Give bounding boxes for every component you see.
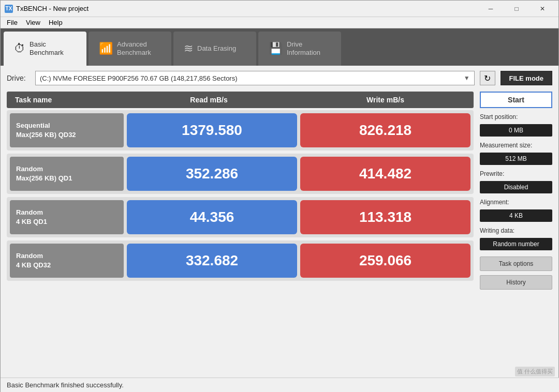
chevron-down-icon: ▼ (464, 74, 470, 82)
basic-benchmark-icon: ⏱ (14, 42, 25, 55)
table-header: Task name Read mB/s Write mB/s (7, 92, 474, 108)
menu-file[interactable]: File (3, 18, 22, 27)
status-text: Basic Benchmark finished successfully. (7, 381, 124, 389)
table-row: RandomMax(256 KB) QD1 352.286 414.482 (7, 154, 474, 194)
writing-data-label: Writing data: (480, 227, 552, 234)
tab-data-erasing-label: Data Erasing (197, 44, 236, 53)
measurement-size-value: 512 MB (480, 153, 552, 165)
row-0-write: 826.218 (300, 113, 470, 147)
sidebar-panel: Start Start position: 0 MB Measurement s… (480, 92, 552, 290)
row-2-write: 113.318 (300, 200, 470, 234)
benchmark-table: Task name Read mB/s Write mB/s Sequentia… (7, 92, 474, 290)
tab-basic-benchmark-label: BasicBenchmark (30, 40, 64, 56)
prewrite-value: Disabled (480, 181, 552, 193)
title-bar-left: TX TxBENCH - New project (5, 5, 89, 13)
minimize-button[interactable]: ─ (479, 1, 503, 17)
refresh-icon: ↻ (484, 73, 491, 83)
header-task-name: Task name (7, 92, 121, 108)
tab-drive-information-label: DriveInformation (287, 40, 320, 56)
row-2-read: 44.356 (127, 200, 297, 234)
watermark: 值 什么值得买 (515, 367, 555, 376)
drive-select-dropdown[interactable]: (C:) NVMe FORESEE P900F256 70.67 GB (148… (35, 71, 475, 85)
prewrite-label: Prewrite: (480, 170, 552, 177)
header-write: Write mB/s (297, 92, 474, 108)
row-3-name: Random4 KB QD32 (10, 244, 124, 278)
tab-drive-information[interactable]: 💾 DriveInformation (258, 32, 341, 66)
status-bar: Basic Benchmark finished successfully. (1, 378, 559, 392)
header-read: Read mB/s (121, 92, 297, 108)
tab-bar: ⏱ BasicBenchmark 📶 AdvancedBenchmark ≋ D… (1, 28, 558, 66)
drive-label: Drive: (7, 74, 30, 82)
benchmark-layout: Task name Read mB/s Write mB/s Sequentia… (7, 92, 552, 290)
alignment-label: Alignment: (480, 199, 552, 206)
tab-advanced-benchmark-label: AdvancedBenchmark (117, 40, 151, 56)
table-row: Random4 KB QD32 332.682 259.066 (7, 240, 474, 281)
menu-help[interactable]: Help (45, 18, 67, 27)
start-button[interactable]: Start (480, 92, 552, 108)
data-erasing-icon: ≋ (184, 42, 193, 55)
title-bar: TX TxBENCH - New project ─ □ ✕ (1, 1, 558, 17)
drive-select-text: (C:) NVMe FORESEE P900F256 70.67 GB (148… (40, 74, 238, 82)
menu-view[interactable]: View (22, 18, 45, 27)
start-position-value: 0 MB (480, 124, 552, 137)
drive-row: Drive: (C:) NVMe FORESEE P900F256 70.67 … (7, 71, 552, 85)
table-row: Random4 KB QD1 44.356 113.318 (7, 197, 474, 237)
app-title: TxBENCH - New project (16, 5, 89, 12)
measurement-size-label: Measurement size: (480, 142, 552, 149)
drive-information-icon: 💾 (269, 42, 283, 55)
row-0-read: 1379.580 (127, 113, 297, 147)
title-bar-controls: ─ □ ✕ (479, 1, 554, 17)
start-position-label: Start position: (480, 113, 552, 120)
history-button[interactable]: History (480, 275, 552, 290)
file-mode-button[interactable]: FILE mode (501, 71, 552, 85)
app-icon: TX (5, 5, 13, 13)
drive-refresh-button[interactable]: ↻ (480, 71, 495, 85)
alignment-value: 4 KB (480, 209, 552, 222)
task-options-button[interactable]: Task options (480, 257, 552, 271)
main-content: Drive: (C:) NVMe FORESEE P900F256 70.67 … (1, 66, 558, 378)
row-0-name: SequentialMax(256 KB) QD32 (10, 113, 124, 147)
writing-data-value: Random number (480, 238, 552, 250)
close-button[interactable]: ✕ (531, 1, 554, 17)
table-row: SequentialMax(256 KB) QD32 1379.580 826.… (7, 110, 474, 150)
row-1-read: 352.286 (127, 157, 297, 191)
row-3-read: 332.682 (127, 244, 297, 278)
row-1-name: RandomMax(256 KB) QD1 (10, 157, 124, 191)
advanced-benchmark-icon: 📶 (99, 42, 113, 55)
menu-bar: File View Help (1, 17, 558, 28)
maximize-button[interactable]: □ (505, 1, 528, 17)
tab-basic-benchmark[interactable]: ⏱ BasicBenchmark (4, 32, 86, 66)
row-1-write: 414.482 (300, 157, 470, 191)
row-3-write: 259.066 (300, 244, 470, 278)
tab-data-erasing[interactable]: ≋ Data Erasing (173, 32, 256, 66)
tab-advanced-benchmark[interactable]: 📶 AdvancedBenchmark (89, 32, 171, 66)
row-2-name: Random4 KB QD1 (10, 200, 124, 234)
